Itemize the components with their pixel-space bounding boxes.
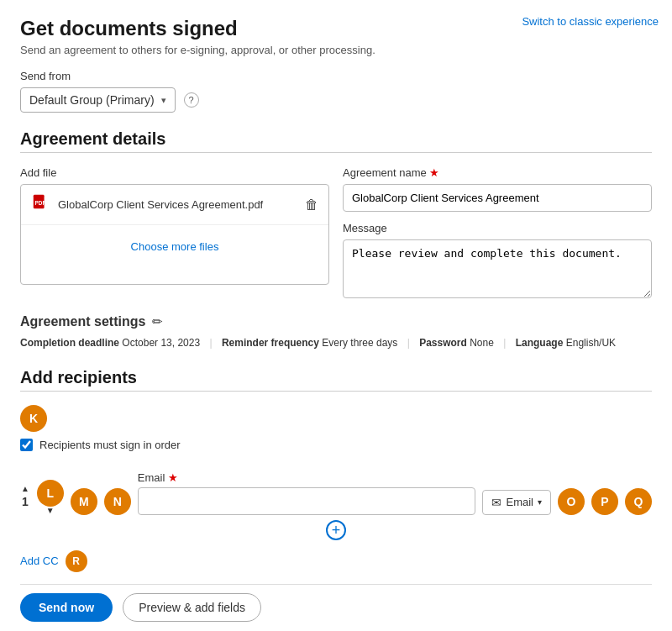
recipient-number: 1 <box>20 495 30 508</box>
recipient-order-controls: ▲ 1 <box>20 485 30 515</box>
add-file-label: Add file <box>20 166 329 179</box>
svg-text:PDF: PDF <box>35 200 46 206</box>
agreement-name-input[interactable] <box>343 184 652 212</box>
recipient-row: ▲ 1 L ▼ M N Email ★ <box>20 463 652 515</box>
send-from-label: Send from <box>20 70 652 82</box>
choose-more-link[interactable]: Choose more files <box>21 225 328 268</box>
add-recipient-button[interactable]: + <box>326 520 346 540</box>
sign-in-order-label: Recipients must sign in order <box>39 439 181 451</box>
sign-in-order-checkbox[interactable] <box>20 439 33 451</box>
preview-add-fields-button[interactable]: Preview & add fields <box>123 593 261 622</box>
agreement-name-label: Agreement name ★ <box>343 166 652 179</box>
file-box: PDF GlobalCorp Client Services Agreement… <box>20 184 329 285</box>
message-textarea[interactable]: Please review and complete this document… <box>343 239 652 298</box>
add-cc-row: Add CC R <box>20 550 652 572</box>
delete-file-icon[interactable]: 🗑 <box>305 197 318 213</box>
badge-m[interactable]: M <box>71 488 97 515</box>
up-arrow-icon[interactable]: ▲ <box>21 485 29 493</box>
badge-r: R <box>66 550 87 572</box>
add-cc-link[interactable]: Add CC <box>20 555 59 567</box>
section-divider <box>20 152 652 153</box>
pdf-icon: PDF <box>31 193 50 216</box>
envelope-icon: ✉ <box>491 496 501 509</box>
bottom-buttons: Send now Preview & add fields <box>20 584 652 630</box>
file-name: GlobalCorp Client Services Agreement.pdf <box>58 198 297 211</box>
page-subtitle: Send an agreement to others for e-signin… <box>20 44 652 56</box>
recipients-divider <box>20 391 652 392</box>
email-type-label: Email <box>506 496 533 508</box>
badge-p[interactable]: P <box>591 488 618 515</box>
send-from-value: Default Group (Primary) <box>29 93 155 107</box>
send-from-dropdown[interactable]: Default Group (Primary) ▾ <box>20 87 176 113</box>
agreement-settings-meta: Completion deadline October 13, 2023 | R… <box>20 334 652 353</box>
agreement-details-title: Agreement details <box>20 129 652 149</box>
email-field-wrapper: Email ★ <box>138 471 476 515</box>
email-type-dropdown[interactable]: ✉ Email ▾ <box>482 490 551 515</box>
edit-settings-icon[interactable]: ✏ <box>152 314 163 329</box>
send-now-button[interactable]: Send now <box>20 593 113 622</box>
email-input[interactable] <box>138 487 476 515</box>
email-field-label: Email ★ <box>138 471 476 484</box>
badge-q[interactable]: Q <box>625 488 652 515</box>
chevron-down-icon: ▾ <box>538 497 542 507</box>
switch-classic-link[interactable]: Switch to classic experience <box>522 15 659 28</box>
add-recipient-row: + <box>20 520 652 540</box>
message-label: Message <box>343 222 652 234</box>
down-arrow-icon[interactable]: ▼ <box>46 507 55 515</box>
badge-o[interactable]: O <box>558 488 585 515</box>
badge-l[interactable]: L <box>37 480 64 507</box>
chevron-down-icon: ▾ <box>161 95 166 106</box>
add-recipients-title: Add recipients <box>20 368 652 387</box>
badge-k: K <box>20 405 47 432</box>
badge-n[interactable]: N <box>104 488 131 515</box>
agreement-settings-title: Agreement settings <box>20 314 145 329</box>
file-item: PDF GlobalCorp Client Services Agreement… <box>21 185 328 225</box>
info-icon[interactable]: ? <box>184 92 199 108</box>
